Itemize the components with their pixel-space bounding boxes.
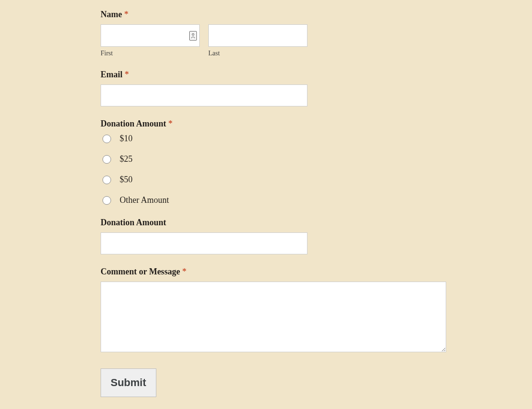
first-name-sublabel: First xyxy=(101,50,200,57)
donation-option-other: Other Amount xyxy=(102,195,446,205)
required-asterisk: * xyxy=(124,10,128,19)
name-label-text: Name xyxy=(101,10,122,19)
donation-option-25: $25 xyxy=(102,154,446,164)
email-input[interactable] xyxy=(101,84,307,106)
donation-radio-label: $10 xyxy=(120,134,133,144)
donation-amount-text-group: Donation Amount xyxy=(101,218,446,254)
donation-amount-text-label-text: Donation Amount xyxy=(101,218,166,227)
first-name-wrap xyxy=(101,24,200,47)
donation-amount-input[interactable] xyxy=(101,232,307,254)
comment-label: Comment or Message * xyxy=(101,267,446,277)
required-asterisk: * xyxy=(125,70,129,79)
name-row: First Last xyxy=(101,24,446,57)
donation-amount-radio-group: Donation Amount * $10 $25 $50 Other Amou… xyxy=(101,119,446,205)
name-field-group: Name * First Last xyxy=(101,10,446,57)
donation-option-50: $50 xyxy=(102,175,446,185)
donation-amount-label-text: Donation Amount xyxy=(101,119,166,128)
last-name-sublabel: Last xyxy=(208,50,307,57)
donation-radio-10[interactable] xyxy=(102,135,111,143)
donation-radio-list: $10 $25 $50 Other Amount xyxy=(101,134,446,205)
comment-label-text: Comment or Message xyxy=(101,267,180,276)
email-field-group: Email * xyxy=(101,70,446,106)
first-name-input[interactable] xyxy=(101,24,200,47)
email-label: Email * xyxy=(101,70,446,80)
donation-radio-25[interactable] xyxy=(102,155,111,164)
email-label-text: Email xyxy=(101,70,123,79)
required-asterisk: * xyxy=(182,267,186,276)
donation-amount-label: Donation Amount * xyxy=(101,119,446,129)
donation-radio-label: Other Amount xyxy=(120,195,169,205)
last-name-col: Last xyxy=(208,24,307,57)
first-name-col: First xyxy=(101,24,200,57)
donation-radio-50[interactable] xyxy=(102,176,111,184)
donation-radio-label: $50 xyxy=(120,175,133,185)
donation-radio-label: $25 xyxy=(120,154,133,164)
donation-option-10: $10 xyxy=(102,134,446,144)
donation-form: Name * First Last xyxy=(101,10,446,397)
submit-button[interactable]: Submit xyxy=(101,368,156,397)
last-name-input[interactable] xyxy=(208,24,307,47)
required-asterisk: * xyxy=(168,119,173,128)
comment-textarea[interactable] xyxy=(101,282,446,352)
comment-field-group: Comment or Message * xyxy=(101,267,446,354)
donation-radio-other[interactable] xyxy=(102,196,111,205)
name-label: Name * xyxy=(101,10,446,20)
donation-amount-text-label: Donation Amount xyxy=(101,218,446,228)
